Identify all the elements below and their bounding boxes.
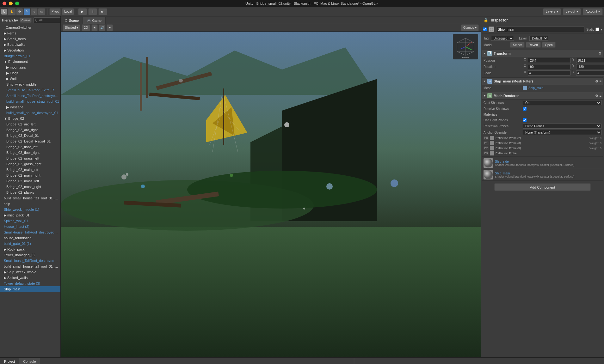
mesh-renderer-header[interactable]: ▼ R Mesh Renderer ⚙ ≡ (482, 92, 603, 100)
renderer-settings-icon[interactable]: ⚙ (595, 94, 598, 98)
project-tab[interactable]: Project (0, 358, 19, 364)
layers-dropdown[interactable]: Layers ▾ (543, 8, 561, 15)
hierarchy-item[interactable]: House_intact (2) (0, 224, 60, 229)
hierarchy-item[interactable]: Bridge_02_main_left (0, 167, 60, 173)
scale-y-input[interactable] (576, 70, 604, 76)
mesh-settings-icon[interactable]: ⚙ (595, 79, 598, 83)
hierarchy-item[interactable]: Bridge_02_Decal_Radial_01 (0, 138, 60, 144)
hierarchy-item[interactable]: build_small_house_destroyed_01 (0, 110, 60, 116)
pos-x-input[interactable] (528, 58, 570, 63)
game-tab[interactable]: 🎮 Game (83, 17, 106, 24)
material-item[interactable]: Ship_mainShader Volund/Standard MassyMix… (482, 169, 603, 181)
material-item[interactable]: Ship_sideShader Volund/Standard MassyMix… (482, 157, 603, 169)
pos-y-input[interactable] (576, 58, 604, 63)
scene-lighting-btn[interactable]: ☀ (91, 24, 98, 31)
2d-btn[interactable]: 2D (82, 24, 90, 31)
receive-shadows-checkbox[interactable] (523, 107, 527, 111)
scene-view[interactable]: Persp (61, 32, 481, 357)
object-active-checkbox[interactable] (483, 27, 487, 31)
rot-y-input[interactable] (576, 64, 604, 69)
hierarchy-item[interactable]: Bridge_02_grass_right (0, 161, 60, 167)
layer-dropdown[interactable]: Default (529, 36, 548, 41)
hierarchy-item[interactable]: Bridge_02_floor_right (0, 150, 60, 155)
maximize-btn[interactable] (15, 2, 19, 5)
layout-dropdown[interactable]: Layout ▾ (563, 8, 581, 15)
hierarchy-item[interactable]: Bridge_02_arc_right (0, 127, 60, 133)
renderer-menu-icon[interactable]: ≡ (600, 94, 601, 98)
hierarchy-item[interactable]: ▶ misc_pack_01 (0, 212, 60, 218)
hierarchy-item[interactable]: ▶ Vegetation (0, 47, 60, 53)
move-tool[interactable]: ✛ (16, 8, 23, 15)
anchor-override-dropdown[interactable]: None (Transform) (523, 130, 601, 135)
mesh-filter-header[interactable]: ▼ M Ship_main (Mesh Filter) ⚙ ≡ (482, 77, 603, 85)
hierarchy-create-btn[interactable]: Create (20, 18, 32, 23)
hierarchy-item[interactable]: ▶ Passage (0, 104, 60, 110)
object-name-input[interactable] (496, 27, 584, 32)
hierarchy-item[interactable]: Tower_damaged_02 (0, 252, 60, 258)
hierarchy-item[interactable]: ▶ Ferns (0, 30, 60, 36)
add-component-btn[interactable]: Add Component (494, 183, 591, 191)
revert-btn[interactable]: Revert (526, 42, 541, 48)
play-btn[interactable]: ▶ (78, 8, 87, 15)
hierarchy-item[interactable]: ▶ Ship_wreck_whole (0, 269, 60, 275)
scene-audio-btn[interactable]: 🔊 (99, 24, 105, 31)
rotate-tool[interactable]: ↻ (23, 8, 30, 15)
hierarchy-item[interactable]: ▼ Bridge_02 (0, 116, 60, 121)
hierarchy-item[interactable]: build_gate_01 (1) (0, 241, 60, 246)
scene-tab[interactable]: ⬡ Scene (61, 17, 83, 24)
hierarchy-item[interactable]: Ship_wreck_middle (1) (0, 207, 60, 212)
minimize-btn[interactable] (9, 2, 13, 5)
hierarchy-item[interactable]: Bridge_02_moss_left (0, 178, 60, 184)
hierarchy-item[interactable]: SmallHouse_TallRoof_Extra_Roof_dama... (0, 87, 60, 93)
static-checkbox[interactable] (595, 27, 599, 31)
hierarchy-item[interactable]: Spiked_wall_01 (0, 218, 60, 224)
scale-tool[interactable]: ⤡ (31, 8, 38, 15)
hierarchy-item[interactable]: build_small_house_straw_roof_01 (0, 99, 60, 104)
hierarchy-item[interactable]: house_foundation (0, 235, 60, 241)
hierarchy-item[interactable]: SmallHouse_TallRoof_destroyed_01 (1) (0, 229, 60, 235)
hierarchy-item[interactable]: Bridge_02_planks (0, 190, 60, 195)
reflection-probes-dropdown[interactable]: Blend Probes (523, 124, 601, 129)
hierarchy-item[interactable]: ▶ Boardwalks (0, 42, 60, 47)
hierarchy-item[interactable]: Bridge_02_grass_left (0, 155, 60, 161)
hierarchy-item[interactable]: Bridge_02_main_right (0, 173, 60, 178)
hierarchy-item[interactable]: ▶ mountains (0, 64, 60, 70)
hierarchy-item[interactable]: _CameraSwitcher (0, 25, 60, 30)
close-btn[interactable] (3, 2, 6, 5)
hierarchy-search-input[interactable] (34, 17, 61, 23)
mesh-menu-icon[interactable]: ≡ (600, 79, 601, 83)
rot-x-input[interactable] (528, 64, 570, 69)
hand-tool[interactable]: ✋ (8, 8, 16, 15)
settings-icon[interactable]: ⚙ (598, 52, 601, 56)
hierarchy-item[interactable]: Ship_wreck_middle (0, 82, 60, 87)
scale-x-input[interactable] (528, 70, 570, 76)
step-btn[interactable]: ⏭ (98, 8, 107, 15)
open-btn[interactable]: Open (542, 42, 555, 48)
hierarchy-item[interactable]: ▶ Flags (0, 70, 60, 76)
hierarchy-item[interactable]: ▶ Rock_pack (0, 246, 60, 252)
hierarchy-item[interactable]: Bridge_02_moss_right (0, 184, 60, 190)
shaded-dropdown[interactable]: Shaded ▾ (63, 24, 80, 31)
hierarchy-item[interactable]: Ship_main (0, 286, 60, 292)
hierarchy-item[interactable]: ▼ Environment (0, 59, 60, 64)
hierarchy-item[interactable]: build_small_house_tall_roof_01_dragon... (0, 264, 60, 269)
pause-btn[interactable]: ⏸ (88, 8, 97, 15)
hierarchy-item[interactable]: SmallHouse_TallRoof_destroyed_02 (3) (0, 258, 60, 264)
persp-cube[interactable]: Persp (453, 34, 478, 59)
hierarchy-item[interactable]: SmallHouse_TallRoof_destroyed_02 (0, 93, 60, 99)
scene-fx-btn[interactable]: ✦ (107, 24, 113, 31)
hierarchy-item[interactable]: Bridge_02_arc_left (0, 121, 60, 127)
rect-tool[interactable]: ▭ (38, 8, 45, 15)
local-btn[interactable]: Local (62, 8, 74, 15)
hierarchy-item[interactable]: ▶ Well (0, 76, 60, 82)
hierarchy-item[interactable]: ship (0, 201, 60, 207)
hierarchy-item[interactable]: Bridge_02_floor_left (0, 144, 60, 150)
hierarchy-item[interactable]: Bridge_02_Decal_01 (0, 133, 60, 138)
hierarchy-item[interactable]: ▶ Spiked_walls (0, 275, 60, 281)
hierarchy-item[interactable]: BridgeTerrain_01 (0, 53, 60, 59)
transform-header[interactable]: ▼ Transform ⚙ (482, 50, 603, 57)
unity-icon[interactable]: U (1, 9, 7, 15)
hierarchy-item[interactable]: Tower_default_state (3) (0, 281, 60, 286)
pivot-btn[interactable]: Pivot (49, 8, 61, 15)
account-dropdown[interactable]: Account ▾ (583, 8, 603, 15)
